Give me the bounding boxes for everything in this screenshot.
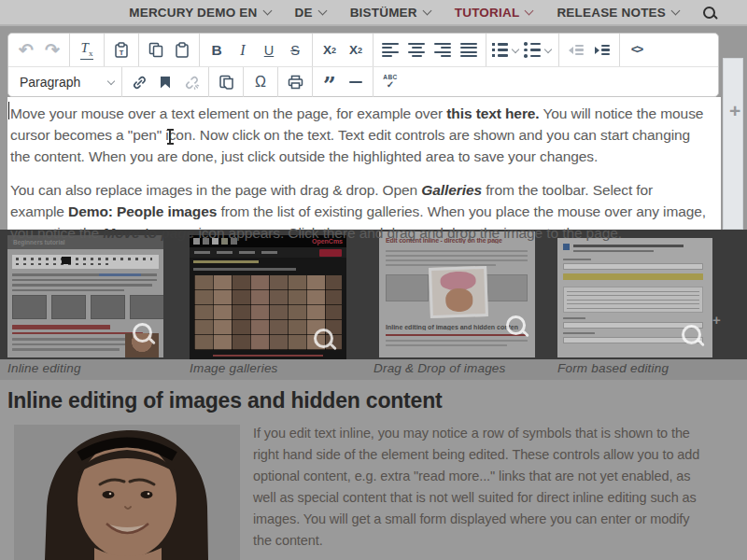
separator xyxy=(558,34,559,66)
text-caret xyxy=(8,102,10,119)
inline-edit-area[interactable]: Move your mouse over a text element on t… xyxy=(7,97,721,230)
mini-highlighted-field xyxy=(563,273,703,280)
chevron-down-icon xyxy=(671,6,681,15)
gallery-thumb-drag-drop[interactable]: Edit content inline - directly on the pa… xyxy=(379,231,535,357)
add-content-button[interactable]: + xyxy=(724,100,742,121)
paste-icon xyxy=(175,42,190,58)
outdent-button[interactable] xyxy=(563,37,589,63)
unlink-icon xyxy=(184,75,200,91)
blockquote-button[interactable]: ” xyxy=(317,74,343,99)
mini-thumbnails xyxy=(12,295,163,319)
align-justify-icon xyxy=(460,43,477,58)
mini-heading-2: Inline editing of images and hidden cont… xyxy=(386,324,518,330)
chevron-down-icon xyxy=(543,45,551,52)
article-paragraph: If you edit text inline, you may notice … xyxy=(253,423,711,552)
nav-item-de[interactable]: DE xyxy=(295,6,326,20)
anchor-button[interactable] xyxy=(152,70,178,95)
image-gallery-band: Beginners tutorial OpenCms xyxy=(0,230,747,359)
unlink-button[interactable] xyxy=(178,70,204,95)
thumb-caption: Image galleries xyxy=(190,361,278,375)
nav-item-tutorial[interactable]: TUTORIAL xyxy=(455,6,533,20)
print-button[interactable] xyxy=(282,70,308,95)
nav-label: MERCURY DEMO EN xyxy=(129,6,257,20)
nav-item-bistuemer[interactable]: BISTÜMER xyxy=(350,6,430,20)
paste-button[interactable] xyxy=(169,37,195,63)
page: MERCURY DEMO EN DE BISTÜMER TUTORIAL REL… xyxy=(0,0,747,560)
horizontal-rule-button[interactable] xyxy=(343,70,369,95)
zoom-icon xyxy=(682,325,701,344)
mouse-cursor-ibeam xyxy=(169,130,171,144)
numbered-list-button[interactable] xyxy=(490,37,522,63)
separator xyxy=(121,67,122,97)
undo-button[interactable]: ↶ xyxy=(13,37,39,63)
zoom-icon xyxy=(133,323,152,343)
indent-button[interactable] xyxy=(589,37,615,63)
nav-item-mercury-demo-en[interactable]: MERCURY DEMO EN xyxy=(129,6,270,20)
mini-input xyxy=(563,263,703,270)
thumb-caption: Form based editing xyxy=(557,361,669,375)
align-left-icon xyxy=(382,43,399,58)
search-button[interactable] xyxy=(703,7,715,19)
article-text-column: If you edit text inline, you may notice … xyxy=(253,423,711,560)
mini-toolbar xyxy=(12,255,159,269)
mini-input xyxy=(563,322,703,329)
align-center-button[interactable] xyxy=(403,37,430,63)
bold-button[interactable]: B xyxy=(204,37,230,63)
mini-form-icon xyxy=(563,244,570,250)
align-center-icon xyxy=(408,43,425,58)
strikethrough-button[interactable]: S xyxy=(282,37,308,63)
copy-document-button[interactable] xyxy=(213,70,239,95)
horizontal-rule-icon xyxy=(349,81,362,83)
search-icon xyxy=(703,7,715,19)
align-right-button[interactable] xyxy=(430,37,456,63)
chevron-down-icon xyxy=(107,77,115,85)
numbered-list-icon xyxy=(492,43,508,57)
svg-text:T: T xyxy=(120,49,124,57)
special-character-button[interactable]: Ω xyxy=(247,70,274,95)
gallery-thumb-image-galleries[interactable]: OpenCms xyxy=(190,235,346,359)
spellcheck-button[interactable]: ABC ✓ xyxy=(377,70,403,95)
separator xyxy=(138,34,139,66)
spellcheck-icon: ABC ✓ xyxy=(383,75,397,90)
nav-label: RELEASE NOTES xyxy=(557,6,666,20)
paste-as-text-button[interactable]: T xyxy=(108,37,134,63)
source-code-button[interactable]: <> xyxy=(624,37,650,63)
link-icon xyxy=(132,75,148,91)
link-button[interactable] xyxy=(126,70,152,95)
separator xyxy=(312,67,313,97)
caption-strip: Inline editing Image galleries Drag & Dr… xyxy=(0,359,747,380)
italic-button[interactable]: I xyxy=(230,37,256,63)
separator xyxy=(199,34,200,66)
gallery-thumb-form-editing[interactable] xyxy=(557,238,712,357)
woman-portrait-image xyxy=(14,425,240,560)
bookmark-icon xyxy=(161,77,170,89)
subscript-button[interactable]: X2 xyxy=(317,37,343,63)
redo-button[interactable]: ↷ xyxy=(39,37,65,63)
nav-item-release-notes[interactable]: RELEASE NOTES xyxy=(557,6,679,20)
copy-button[interactable] xyxy=(143,37,169,63)
clear-formatting-button[interactable]: Tx xyxy=(74,37,100,63)
bullet-list-button[interactable] xyxy=(522,37,555,63)
zoom-icon xyxy=(506,315,526,335)
mini-drag-photo xyxy=(429,266,488,318)
align-left-button[interactable] xyxy=(377,37,403,63)
bullet-list-icon xyxy=(524,42,541,58)
nav-label: DE xyxy=(295,6,313,20)
editor-paragraph: Move your mouse over a text element on t… xyxy=(10,103,710,167)
align-justify-button[interactable] xyxy=(456,37,482,63)
toolbar-row-2: Paragraph xyxy=(8,67,718,97)
clear-formatting-icon: Tx xyxy=(80,40,94,60)
paste-text-icon: T xyxy=(114,42,129,58)
underline-button[interactable]: U xyxy=(256,37,282,63)
add-content-plus-icon[interactable]: + xyxy=(712,312,721,328)
outdent-icon xyxy=(569,45,584,55)
paragraph-format-select[interactable]: Paragraph xyxy=(13,75,118,90)
separator xyxy=(619,34,620,66)
separator xyxy=(69,34,70,66)
editor-toolbar: ↶ ↷ Tx T xyxy=(7,33,719,97)
superscript-button[interactable]: X2 xyxy=(343,37,369,63)
chevron-down-icon xyxy=(512,45,519,52)
gallery-thumb-inline-editing[interactable]: Beginners tutorial xyxy=(7,235,163,357)
mini-textarea xyxy=(563,287,703,313)
separator xyxy=(373,67,374,97)
